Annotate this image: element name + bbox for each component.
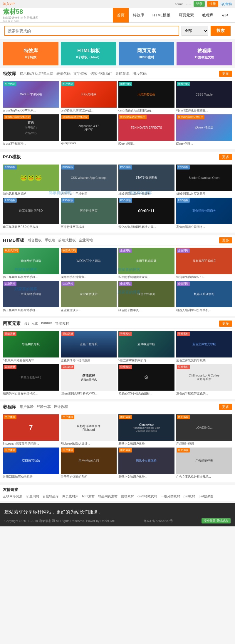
tutorials-more-btn[interactable]: 更多	[219, 404, 232, 410]
list-item[interactable]: 蓝色立体发光导航 导航素材 蓝色立体发光的导航菜...	[176, 331, 232, 362]
list-item[interactable]: 3D火焰特效 图片代码 css3特效风动3D立体旋...	[61, 81, 117, 113]
link-item[interactable]: psd素材	[184, 494, 195, 499]
elements-tag-1[interactable]: banner	[41, 321, 52, 326]
list-item[interactable]: CSS3 Toggle 图片代码 特css3选择化参选按钮...	[176, 81, 232, 113]
list-item[interactable]: WECHAT个人网站 响应式代码 实用的手机端营宣...	[61, 248, 117, 279]
elements-more-btn[interactable]: 更多	[219, 321, 232, 327]
link-item[interactable]: 前端素材	[121, 494, 134, 499]
list-item[interactable]: 立体橡皮导航 导航素材 5款立体绑橡的网页导....	[118, 331, 174, 362]
search-input[interactable]	[4, 26, 179, 36]
cat-banner-html[interactable]: HTML模板 8个模板（html）	[61, 42, 116, 65]
list-item[interactable]: 蓝色下拉导航 导航素材 蓝色的渐停下拉导航菜...	[61, 331, 117, 362]
list-item[interactable]: CSS编写动法 用户体验 常用CSS编写动法总结	[3, 448, 59, 479]
link-item[interactable]: 互联网络资源	[3, 494, 22, 499]
html-tag-0[interactable]: 后台模板	[28, 238, 42, 243]
list-item[interactable]: 广告规范样表 用户体验 广告立案风格计样表规范...	[176, 448, 232, 479]
tag-badge: 提示框/浮动层/弹出层	[177, 115, 204, 119]
list-item[interactable]: 首页 关于我们 产品中心 提示框/浮动层/弹出层 js css3导航菜单...	[3, 114, 59, 146]
list-item[interactable]: Zephaniah 3:17jquery 提示框/浮动层/弹出层 jquery …	[61, 114, 117, 146]
list-item[interactable]: 火焰渐变动画 图片代码 css3炫酷的火焰渐渐动画...	[118, 81, 174, 113]
list-item[interactable]: 多项选择选项UI导样式 导航素材 8款效果网页UI导样式PMS...	[61, 364, 117, 396]
effects-tag-0[interactable]: 提示框/浮动层/弹出层	[20, 71, 53, 76]
psd-more-btn[interactable]: 更多	[219, 154, 232, 160]
effects-tag-4[interactable]: 导航菜单	[115, 71, 130, 76]
nav-tutorials[interactable]: 教程库	[198, 8, 218, 23]
list-item[interactable]: 鼠标悬浮动画事件Flipboard 用户体验 Flipboard创始人设计...	[61, 414, 117, 446]
qq-wechat[interactable]: QQ微信	[221, 2, 232, 6]
vip-promo[interactable]: 加入VIP	[3, 2, 15, 6]
list-item[interactable]: 企业购物手机端 企业网站 简工集购高风格网站手机...	[3, 281, 59, 312]
link-item[interactable]: 网页素材库	[62, 494, 78, 499]
list-item[interactable]: TEN HOVER EFFECTS 提示框/浮动层/弹出层 jQuery例图..…	[118, 114, 174, 146]
elements-tag-2[interactable]: 导航素材	[55, 321, 69, 326]
list-item[interactable]: 购物网站手机端 响应式代码 简工集购高风格网站手机...	[3, 248, 59, 279]
cat-banner-tutorials[interactable]: 教程库 11篇教程文档	[177, 42, 232, 65]
list-item[interactable]: jQuery 弹出层 提示框/浮动层/弹出层 jQuery例图...	[176, 114, 232, 146]
list-item[interactable]: Clockwise Horizontal Vertical Both Count…	[118, 414, 174, 446]
link-item[interactable]: 百度精品库	[43, 494, 59, 499]
list-item[interactable]: 彩色网页导航 导航素材 5款效果风格彩色网页导...	[3, 331, 59, 362]
link-item[interactable]: 精品网页素材	[98, 494, 118, 499]
list-item[interactable]: 企业宣传演示 企业网站 企业宣传演示...	[61, 281, 117, 312]
list-item[interactable]: 高角运营公司商务 PSD模板 高角的运营公司商务...	[176, 198, 232, 229]
nav-vip[interactable]: VIP	[218, 8, 232, 23]
register-button[interactable]: 注册	[207, 1, 218, 7]
link-item[interactable]: html素材	[82, 494, 95, 499]
html-more-btn[interactable]: 更多	[219, 237, 232, 243]
effects-tag-2[interactable]: 文字特效	[73, 71, 88, 76]
tutorials-tag-1[interactable]: 经验分享	[37, 404, 51, 409]
tutorials-tag-0[interactable]: 用户体验	[20, 404, 34, 409]
admin-dots: ······	[186, 2, 191, 6]
nav-html[interactable]: HTML模板	[148, 8, 174, 23]
category-banners: 特效库 8个特效 HTML模板 8个模板（html） 网页元素 BPSD素材 教…	[0, 39, 235, 68]
elements-tags: 设计元素 banner 导航素材	[24, 321, 219, 326]
list-item[interactable]: 🐸🐸🐸 PSD模板 简洁风格规格源站	[3, 165, 59, 196]
link-item[interactable]: psd效果图	[199, 494, 214, 499]
tag-badge: 图片代码	[177, 82, 190, 86]
list-item[interactable]: CSS Weather App Concept PSD模板 大学生人生手机专题	[61, 165, 117, 196]
list-item[interactable]: 用户体验的几问 用户体验 关于用户体验的几问	[61, 448, 117, 479]
effects-tag-3[interactable]: 选项卡/滑动门	[90, 71, 113, 76]
effects-tag-1[interactable]: 表单代码	[56, 71, 70, 76]
tutorials-tag-2[interactable]: 设计教程	[54, 404, 68, 409]
nav-effects[interactable]: 特效库	[129, 8, 148, 23]
list-item[interactable]: 医疗行业网页 PSD模板 医疗行业网页模板	[61, 198, 117, 229]
link-item[interactable]: 一级分类素材	[161, 494, 180, 499]
elements-tag-0[interactable]: 设计元素	[24, 321, 38, 326]
html-section-header: HTML模板 后台模板 手机端 前端式模板 企业网站 更多	[3, 235, 232, 245]
list-item[interactable]: LOADING... 用户体验 产品设计师调	[176, 414, 232, 446]
list-item[interactable]: Chillhouse Lo-Fi Coffee灰色导航栏 导航素材 灰色的导航栏…	[176, 364, 232, 396]
effects-more-btn[interactable]: 更多	[219, 71, 232, 77]
list-item[interactable]: 腾讯小女孩体验 用户体验 腾讯小女孩用户体验...	[118, 448, 174, 479]
tutorials-section-header: 教程库 用户体验 经验分享 设计教程 更多	[3, 401, 232, 412]
list-item[interactable]: 零售商APP SALE 企业网站 综合零售商商城APP...	[176, 248, 232, 279]
search-button[interactable]: 搜索	[211, 26, 231, 36]
login-button[interactable]: 登录	[194, 1, 205, 7]
list-item[interactable]: 7 用户体验 Instagram深度使用的陷阱...	[3, 414, 59, 446]
list-item[interactable]: 实用手机端家装 企业网站 实用的手机端营宣家装...	[118, 248, 174, 279]
cat-banner-effects[interactable]: 特效库 8个特效	[3, 42, 58, 65]
list-item[interactable]: Border Download Open PSD模板 机械类网站首页效果图	[176, 165, 232, 196]
item-label: 灰色的导航栏带蓝色的...	[176, 392, 232, 396]
list-item[interactable]: ⚙ 导航素材 简易的iOS手机页面图标...	[118, 364, 174, 396]
list-item[interactable]: STATS 数据图表 PSD模板 机械类网站后台分组素材	[118, 165, 174, 196]
html-tag-3[interactable]: 企业网站	[79, 238, 93, 243]
html-tag-2[interactable]: 前端式模板	[58, 238, 76, 243]
nav-home[interactable]: 首页	[113, 8, 129, 23]
list-item[interactable]: MacOS 苹果风格 图片代码 js css3仿MacOS苹果系...	[3, 81, 59, 113]
links-row: 互联网络资源 qq查询网 百度精品库 网页素材库 html素材 精品网页素材 前…	[3, 494, 232, 499]
list-item[interactable]: 绿色个性单页 企业网站 绿色的个性单页...	[118, 281, 174, 312]
nav-web-elements[interactable]: 网页元素	[174, 8, 198, 23]
list-item[interactable]: 精美页面图标码 导航素材 精美的网页图标码导样式...	[3, 364, 59, 396]
list-item[interactable]: 机器人培训学习 企业网站 机器人培训学习公司手机...	[176, 281, 232, 312]
effects-tag-5[interactable]: 图片代码	[132, 71, 147, 76]
cat-banner-elements[interactable]: 网页元素 BPSD素材	[119, 42, 174, 65]
tutorials-title: 教程库	[3, 404, 16, 410]
list-item[interactable]: 建工集团首网PSD PSD模板 建工集团首网PSD分层模板	[3, 198, 59, 229]
link-item[interactable]: css3特效代码	[137, 494, 157, 499]
link-item[interactable]: qq查询网	[26, 494, 39, 499]
tag-badge: PSD模板	[61, 165, 75, 170]
list-item[interactable]: 00:00:11 PSD模板 深化构造品牌网络解决方案...	[118, 198, 174, 229]
html-tag-1[interactable]: 手机端	[45, 238, 55, 243]
search-category-select[interactable]: 全部 特效库 HTML模板 网页元素 教程库	[182, 26, 208, 36]
